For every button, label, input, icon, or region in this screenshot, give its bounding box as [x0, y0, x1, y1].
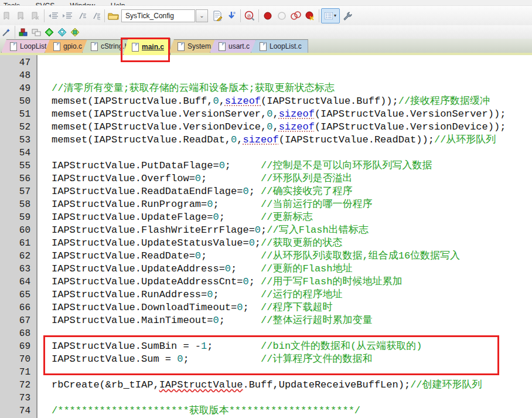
code-line-54: 54 — [0, 147, 532, 159]
line-number: 72 — [0, 379, 36, 392]
code-line-68: 68 — [0, 327, 532, 340]
document-icon — [132, 43, 139, 52]
comment-selection-icon[interactable] — [74, 9, 88, 23]
code-line-59: 59IAPStructValue.UpdateFlage=0; //更新标志 — [0, 211, 532, 224]
line-number: 66 — [0, 301, 36, 314]
code-line-61: 61IAPStructValue.UpdateStatusValue=0;//获… — [0, 237, 532, 250]
line-number: 65 — [0, 288, 36, 301]
function-select-dropdown[interactable]: ⌄ — [196, 9, 208, 22]
code-line-63: 63IAPStructValue.UpdateAddress=0; //更新的F… — [0, 263, 532, 276]
analysis-blocks-icon[interactable] — [17, 26, 30, 38]
code-line-55: 55IAPStructValue.PutDataFlage=0; //控制是不是… — [0, 159, 532, 172]
code-editor[interactable]: 474849//清零所有变量;获取存储的云端和设备版本;获取更新状态标志50me… — [0, 55, 532, 418]
disable-all-breakpoints-icon[interactable] — [289, 9, 303, 23]
filter-funnel-icon[interactable] — [56, 26, 69, 38]
find-in-files-icon[interactable]: @ — [243, 9, 257, 23]
code-line-58: 58IAPStructValue.RunProgram=0; //当前运行的哪一… — [0, 198, 532, 211]
line-number: 49 — [0, 82, 36, 95]
bookmark-toggle-icon[interactable] — [0, 9, 14, 23]
line-number: 74 — [0, 405, 36, 417]
code-line-66: 66IAPStructValue.DownloadTimeout=0; //程序… — [0, 301, 532, 314]
document-icon — [178, 42, 185, 51]
uncomment-selection-icon[interactable] — [88, 9, 103, 23]
toolbar-main: SysTick_Config ⌄ @ ▾ — [0, 5, 532, 26]
code-line-52: 52memset(IAPStructValue.VersionDevice,0,… — [0, 121, 532, 134]
toolbar-separator — [44, 9, 45, 22]
document-tab-bar: LoopList.hgpio.ccString.hmain.cSystem.cu… — [0, 39, 532, 55]
line-number: 73 — [0, 392, 36, 405]
tab-label: cString.h — [101, 42, 128, 50]
code-line-72: 72rbCreate(&rb_tIAP,IAPStructValue.Buff,… — [0, 379, 532, 392]
keyword-sizeof: sizeof — [243, 134, 278, 145]
tab-gpio-c[interactable]: gpio.c — [45, 39, 88, 53]
code-line-70: 70IAPStructValue.Sum = 0; //计算程序文件的数据和 — [0, 353, 532, 366]
memory-box-icon[interactable] — [69, 26, 81, 38]
line-number: 61 — [0, 237, 36, 250]
code-line-69: 69IAPStructValue.SumBin = -1; //bin文件的数据… — [0, 340, 532, 353]
tab-usart-c[interactable]: usart.c — [210, 39, 256, 53]
code-line-56: 56IAPStructValue.Overflow=0; //环形队列是否溢出 — [0, 172, 532, 185]
enable-disable-breakpoint-icon[interactable] — [275, 9, 289, 23]
line-number: 51 — [0, 108, 36, 121]
line-number: 54 — [0, 147, 36, 159]
document-icon — [219, 42, 226, 51]
line-number: 63 — [0, 263, 36, 276]
code-line-47: 47 — [0, 56, 532, 69]
windows-list-toggle-button[interactable]: ▾ — [321, 8, 340, 23]
windows-layout-icon[interactable] — [30, 26, 43, 38]
tab-label: LoopList.c — [270, 42, 302, 50]
debug-wand-icon[interactable] — [0, 26, 13, 38]
code-line-71: 71 — [0, 366, 532, 379]
line-number: 64 — [0, 276, 36, 288]
line-number: 58 — [0, 198, 36, 211]
line-number: 57 — [0, 185, 36, 198]
line-number: 50 — [0, 95, 36, 108]
insert-breakpoint-icon[interactable] — [261, 9, 275, 23]
indent-more-icon[interactable] — [60, 9, 74, 23]
squiggle-underlined-identifier: IAPStructValue — [159, 379, 243, 390]
kill-all-breakpoints-icon[interactable] — [303, 9, 317, 23]
toolbar-debug — [0, 25, 532, 39]
indent-less-icon[interactable] — [46, 9, 60, 23]
line-number: 55 — [0, 159, 36, 172]
edit-document-icon[interactable] — [210, 9, 224, 23]
tab-main-c[interactable]: main.c — [123, 38, 170, 55]
tab-looplist-c[interactable]: LoopList.c — [251, 39, 308, 53]
code-line-53: 53memset(IAPStructValue.ReadDat,0,sizeof… — [0, 134, 532, 147]
line-number: 71 — [0, 366, 36, 379]
line-number: 69 — [0, 340, 36, 353]
keyword-sizeof: sizeof — [225, 96, 261, 107]
toolbar-separator — [104, 9, 105, 22]
document-icon — [260, 42, 267, 51]
line-number: 48 — [0, 69, 36, 82]
line-number: 67 — [0, 314, 36, 327]
bookmark-next-icon[interactable] — [14, 9, 28, 23]
tab-label: usart.c — [229, 42, 250, 50]
code-line-51: 51memset(IAPStructValue.VersionServer,0,… — [0, 108, 532, 121]
code-line-65: 65IAPStructValue.RunAddress=0; //运行的程序地址 — [0, 288, 532, 301]
toolbar-separator — [15, 26, 15, 39]
code-line-64: 64IAPStructValue.UpdateAddressCnt=0; //用… — [0, 276, 532, 288]
open-folder-icon[interactable] — [107, 9, 121, 23]
toolbar-separator — [240, 9, 241, 22]
system-viewer-icon[interactable] — [43, 26, 56, 38]
code-line-48: 48 — [0, 69, 532, 82]
code-line-57: 57IAPStructValue.ReadDataEndFlage=0; //确… — [0, 185, 532, 198]
configure-tools-icon[interactable] — [340, 9, 354, 23]
code-line-50: 50memset(IAPStructValue.Buff,0,sizeof(IA… — [0, 95, 532, 108]
code-line-62: 62IAPStructValue.ReadDate=0; //从环形队列读取数据… — [0, 250, 532, 263]
line-number: 70 — [0, 353, 36, 366]
line-number: 56 — [0, 172, 36, 185]
tab-label: gpio.c — [63, 42, 82, 50]
line-number: 47 — [0, 56, 36, 69]
line-number: 59 — [0, 211, 36, 224]
insert-template-icon[interactable] — [224, 9, 238, 23]
keyword-sizeof: sizeof — [279, 108, 315, 120]
code-line-49: 49//清零所有变量;获取存储的云端和设备版本;获取更新状态标志 — [0, 82, 532, 95]
function-select[interactable]: SysTick_Config — [121, 9, 195, 22]
bookmark-clear-icon[interactable] — [28, 9, 42, 23]
code-line-74: 74/**********************获取版本***********… — [0, 405, 532, 417]
code-line-60: 60IAPStructValue.FlashWriteErrFlage=0;//… — [0, 224, 532, 237]
document-icon — [53, 42, 60, 51]
code-line-73: 73 — [0, 392, 532, 405]
